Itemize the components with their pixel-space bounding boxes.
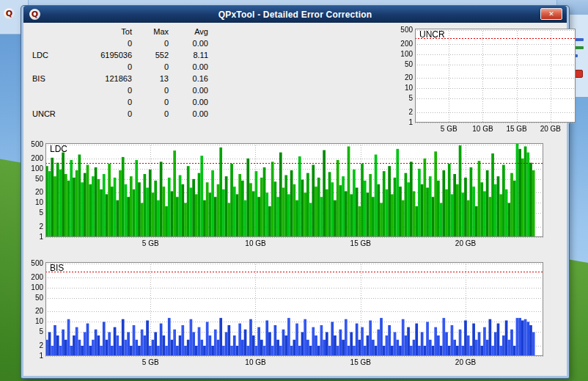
stats-cell: 0 [62,61,133,73]
stats-row: 000.00 [31,96,210,108]
stats-cell: 0 [62,108,133,120]
window-content: Tot Max Avg 000.00LDC61950365528.11000.0… [23,23,567,376]
stats-cell: 0.16 [170,73,210,84]
stats-cell: 0 [133,37,170,49]
stats-row: 000.00 [31,61,210,73]
stats-row: BIS121863130.16 [31,73,210,84]
stats-header-avg: Avg [170,26,210,37]
stats-cell: BIS [31,73,62,84]
stats-cell: 13 [133,73,170,84]
background-app-icon: Q [4,8,15,19]
stats-cell: 0 [62,96,133,108]
stats-body: 000.00LDC61950365528.11000.00BIS12186313… [31,37,210,120]
bis-chart [26,259,545,371]
stats-cell: 0 [133,84,170,96]
qpxtool-app-icon: Q [29,9,40,20]
uncr-chart [389,26,578,137]
stats-row: LDC61950365528.11 [31,49,210,61]
stats-header-empty [31,26,62,37]
stats-cell [31,61,62,73]
stats-cell: 0 [133,61,170,73]
stats-cell: LDC [31,49,62,61]
desktop-background: Q Q QPxTool - Detailed Error Correction … [0,0,588,381]
stats-header-tot: Tot [62,26,133,37]
stats-header-row: Tot Max Avg [31,26,210,37]
stats-cell [31,84,62,96]
stats-cell: 0 [133,108,170,120]
window-title: QPxTool - Detailed Error Correction [23,10,567,20]
stats-cell: 0 [62,37,133,49]
ldc-chart [26,140,545,252]
window-titlebar[interactable]: Q QPxTool - Detailed Error Correction ✕ [23,6,567,23]
stats-header-max: Max [133,26,170,37]
stats-row: 000.00 [31,37,210,49]
stats-row: UNCR000.00 [31,108,210,120]
stats-cell [31,96,62,108]
stats-cell [31,37,62,49]
stats-cell: 0.00 [170,108,210,120]
stats-cell: 0.00 [170,84,210,96]
close-button[interactable]: ✕ [540,8,562,20]
stats-cell: 0.00 [170,96,210,108]
stats-row: 000.00 [31,84,210,96]
stats-cell: 121863 [62,73,133,84]
stats-cell: 552 [133,49,170,61]
stats-cell: 0.00 [170,37,210,49]
stats-cell: 0 [62,84,133,96]
stats-cell: 6195036 [62,49,133,61]
stats-cell: 0.00 [170,61,210,73]
stats-cell: UNCR [31,108,62,120]
stats-cell: 0 [133,96,170,108]
stats-cell: 8.11 [170,49,210,61]
qpxtool-window: Q QPxTool - Detailed Error Correction ✕ … [21,6,569,378]
stats-table: Tot Max Avg 000.00LDC61950365528.11000.0… [31,26,210,120]
